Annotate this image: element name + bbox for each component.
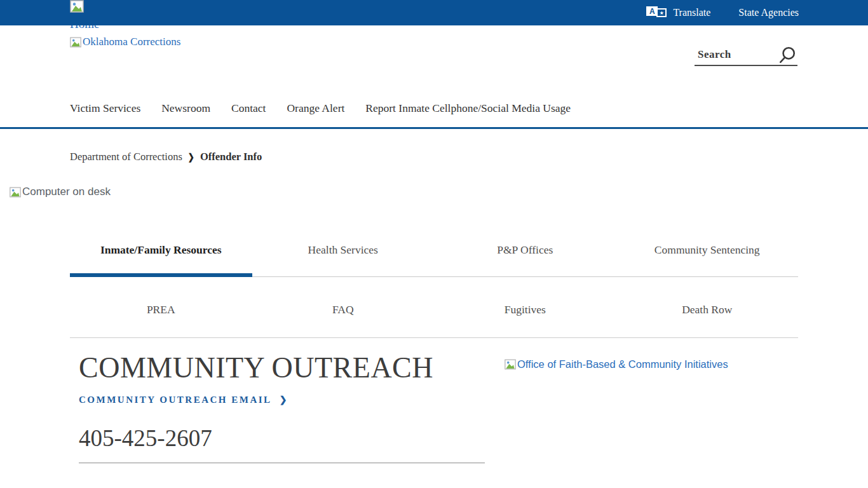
nav-item-report-cellphone[interactable]: Report Inmate Cellphone/Social Media Usa…	[365, 102, 571, 115]
nav-item-orange-alert[interactable]: Orange Alert	[287, 102, 344, 115]
search-placeholder: Search	[698, 48, 731, 61]
tabs-row-2: PREA FAQ Fugitives Death Row	[70, 277, 798, 316]
main-content: COMMUNITY OUTREACH COMMUNITY OUTREACH EM…	[79, 351, 498, 463]
page-title: COMMUNITY OUTREACH	[79, 351, 498, 384]
logo-alt-text: Oklahoma Corrections	[83, 36, 180, 48]
state-agencies-label: State Agencies	[738, 7, 799, 18]
content-divider	[79, 463, 485, 463]
search-input[interactable]: Search	[695, 44, 797, 66]
nav-item-newsroom[interactable]: Newsroom	[161, 102, 210, 115]
phone-number: 405-425-2607	[79, 424, 498, 452]
tab-death-row[interactable]: Death Row	[616, 303, 799, 316]
tabs-row-1: Inmate/Family Resources Health Services …	[70, 235, 798, 273]
home-link[interactable]: Home	[70, 25, 99, 30]
translate-button[interactable]: A ★ Translate	[646, 6, 710, 19]
tab-pp-offices[interactable]: P&P Offices	[434, 235, 616, 273]
tab-faq[interactable]: FAQ	[252, 303, 435, 316]
breadcrumb: Department of Corrections ❯ Offender Inf…	[70, 151, 262, 163]
main-navigation: Victim Services Newsroom Contact Orange …	[70, 102, 571, 115]
tab-fugitives[interactable]: Fugitives	[434, 303, 616, 316]
section-tabs: Inmate/Family Resources Health Services …	[70, 235, 798, 338]
community-outreach-email-link[interactable]: COMMUNITY OUTREACH EMAIL ❯	[79, 395, 498, 405]
breadcrumb-parent-link[interactable]: Department of Corrections	[70, 151, 182, 163]
translate-label: Translate	[673, 7, 710, 18]
home-link-alt-text: Home	[70, 25, 99, 30]
tab-health-services[interactable]: Health Services	[252, 235, 435, 273]
side-image-alt-text: Office of Faith-Based & Community Initia…	[517, 358, 728, 370]
tab-inmate-family-resources[interactable]: Inmate/Family Resources	[70, 235, 252, 273]
breadcrumb-current: Offender Info	[200, 151, 262, 163]
active-tab-indicator	[70, 273, 252, 277]
search-icon[interactable]	[778, 46, 796, 64]
tab-community-sentencing[interactable]: Community Sentencing	[616, 235, 799, 273]
tabs-divider-line	[70, 337, 798, 338]
translate-icon: A ★	[646, 6, 668, 19]
nav-item-victim-services[interactable]: Victim Services	[70, 102, 140, 115]
header-bottom-border	[0, 127, 868, 129]
state-agencies-link[interactable]: State Agencies	[738, 7, 799, 18]
nav-item-contact[interactable]: Contact	[231, 102, 266, 115]
active-tab-underline	[70, 273, 798, 277]
broken-image-icon	[505, 359, 516, 370]
email-link-label: COMMUNITY OUTREACH EMAIL	[79, 395, 272, 405]
hero-image-broken: Computer on desk	[10, 186, 111, 198]
broken-image-icon	[10, 187, 21, 198]
chevron-right-icon: ❯	[188, 151, 194, 163]
chevron-right-icon: ❯	[280, 395, 287, 405]
logo-broken-image-icon	[70, 37, 81, 48]
faith-based-initiatives-link[interactable]: Office of Faith-Based & Community Initia…	[505, 358, 728, 370]
site-logo-link[interactable]: Oklahoma Corrections	[70, 36, 180, 48]
utility-bar-links: A ★ Translate State Agencies	[646, 0, 799, 25]
tab-prea[interactable]: PREA	[70, 303, 252, 316]
hero-image-alt-text: Computer on desk	[22, 186, 111, 198]
utility-bar: A ★ Translate State Agencies	[0, 0, 868, 25]
home-broken-image-icon[interactable]	[70, 0, 84, 13]
